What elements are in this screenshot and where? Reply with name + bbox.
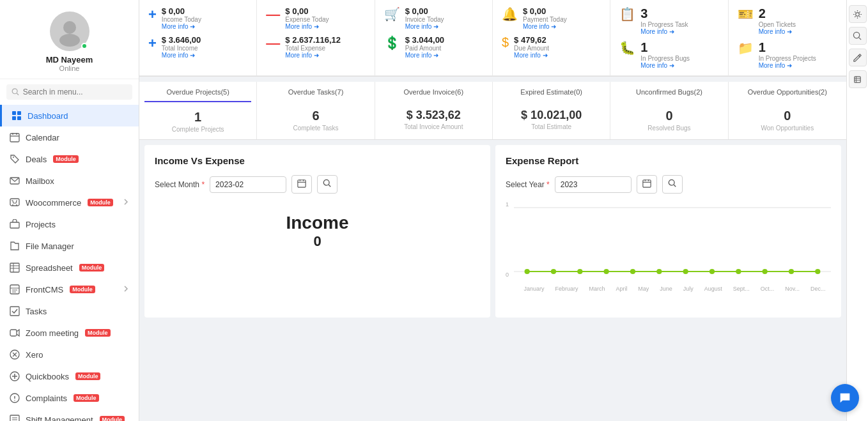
right-btn-gear[interactable] — [849, 70, 867, 88]
payment-today-label: Payment Today — [523, 16, 567, 23]
sidebar-item-deals[interactable]: Deals Module — [0, 148, 139, 170]
sidebar-item-mailbox[interactable]: Mailbox — [0, 170, 139, 192]
calendar-button[interactable] — [291, 175, 312, 194]
total-expense-more[interactable]: More info ➜ — [285, 52, 341, 59]
sidebar-item-label: Dashboard — [27, 111, 68, 121]
y-axis: 1 0 — [506, 201, 511, 278]
sidebar-item-tasks[interactable]: Tasks — [0, 300, 139, 322]
sidebar-item-shift-management[interactable]: Shift Management Module — [0, 409, 139, 421]
payment-today-more[interactable]: More info ➜ — [523, 23, 567, 30]
sidebar-item-frontcms[interactable]: FrontCMS Module — [0, 279, 139, 300]
frontcms-icon — [9, 284, 20, 295]
inprogress-bugs-more[interactable]: More info ➜ — [640, 62, 690, 69]
search-button-2[interactable] — [662, 175, 683, 194]
sidebar-item-zoom-meeting[interactable]: Zoom meeting Module — [0, 322, 139, 344]
sidebar-item-quickbooks[interactable]: Quickbooks Module — [0, 365, 139, 387]
expense-today-value: $ 0,00 — [285, 6, 329, 16]
svg-rect-17 — [10, 222, 19, 228]
svg-rect-26 — [10, 307, 19, 316]
summary-tab-overdue-opportunities[interactable]: Overdue Opportunities(2) 0 Won Opportuni… — [729, 82, 846, 139]
sidebar-item-dashboard[interactable]: Dashboard — [0, 105, 139, 126]
svg-point-0 — [63, 21, 76, 34]
income-chart-controls: Select Month * — [155, 175, 480, 194]
sidebar-item-file-manager[interactable]: File Manager — [0, 235, 139, 257]
search-icon-right — [853, 31, 862, 41]
charts-area: Income Vs Expense Select Month * Income … — [144, 145, 841, 318]
sidebar-item-projects[interactable]: Projects — [0, 213, 139, 235]
open-tickets-more[interactable]: More info ➜ — [759, 28, 796, 35]
paid-amount-more[interactable]: More info ➜ — [405, 52, 444, 59]
sidebar-item-spreadsheet[interactable]: Spreadsheet Module — [0, 257, 139, 279]
sidebar-item-xero[interactable]: Xero — [0, 344, 139, 365]
sidebar-search-wrap[interactable] — [6, 84, 132, 100]
svg-line-73 — [859, 37, 861, 39]
right-btn-edit[interactable] — [849, 49, 867, 66]
inprogress-task-more[interactable]: More info ➜ — [640, 28, 688, 35]
summary-tab-overdue-invoice[interactable]: Overdue Invoice(6) $ 3.523,62 Total Invo… — [375, 82, 493, 139]
svg-point-72 — [853, 32, 859, 38]
woocommerce-badge: Module — [88, 199, 113, 206]
invoice-today-more[interactable]: More info ➜ — [405, 23, 444, 30]
summary-desc-tasks: Complete Tasks — [262, 125, 369, 132]
month-input[interactable] — [210, 176, 286, 193]
calendar-icon — [9, 132, 20, 143]
minus-icon: — — [266, 6, 280, 23]
summary-val-bugs: 0 — [616, 109, 722, 123]
sidebar-item-woocommerce[interactable]: Woocommerce Module — [0, 192, 139, 213]
file-manager-icon — [9, 240, 20, 252]
svg-point-59 — [525, 269, 530, 274]
summary-tab-label-estimate: Expired Estimate(0) — [498, 88, 605, 101]
total-expense-value: $ 2.637.116,12 — [285, 35, 341, 45]
chat-fab[interactable] — [831, 384, 859, 412]
sidebar-header: MD Nayeem Online — [0, 0, 139, 79]
svg-rect-74 — [855, 76, 860, 82]
svg-rect-6 — [12, 116, 16, 120]
online-indicator — [81, 43, 88, 49]
inprogress-projects-more[interactable]: More info ➜ — [759, 62, 816, 69]
search-icon — [12, 88, 20, 96]
sidebar-item-label: Complaints — [26, 394, 67, 403]
stat-total-income: + $ 3.646,00 Total Income More info ➜ — [148, 35, 247, 59]
stat-payment-today: 🔔 $ 0,00 Payment Today More info ➜ — [502, 6, 601, 30]
svg-point-66 — [709, 269, 715, 274]
summary-val-tasks: 6 — [262, 109, 369, 123]
summary-val-invoice: $ 3.523,62 — [380, 109, 487, 122]
summary-tab-overdue-tasks[interactable]: Overdue Tasks(7) 6 Complete Tasks — [257, 82, 375, 139]
stat-inprogress-projects: 📁 1 In Progress Projects More info ➜ — [738, 40, 837, 69]
stat-cards-section: + $ 0,00 Income Today More info ➜ + $ 3.… — [139, 0, 846, 77]
stat-col-tasks: 📋 3 In Progress Task More info ➜ 🐛 1 In … — [610, 0, 728, 75]
paid-icon: 💲 — [384, 35, 400, 50]
paid-amount-value: $ 3.044,00 — [405, 35, 444, 45]
expense-today-more[interactable]: More info ➜ — [285, 23, 329, 30]
sidebar-item-complaints[interactable]: Complaints Module — [0, 387, 139, 409]
sidebar-item-label: Zoom meeting — [26, 328, 79, 338]
income-today-more[interactable]: More info ➜ — [162, 23, 201, 30]
summary-tab-unconfirmed-bugs[interactable]: Unconfirmed Bugs(2) 0 Resolved Bugs — [610, 82, 728, 139]
svg-rect-7 — [17, 116, 21, 120]
due-amount-more[interactable]: More info ➜ — [514, 52, 549, 59]
inprogress-bugs-label: In Progress Bugs — [640, 55, 690, 62]
year-input[interactable] — [555, 176, 632, 193]
chevron-right-icon — [122, 198, 130, 208]
search-button[interactable] — [317, 175, 337, 194]
sidebar-item-label: Spreadsheet — [26, 263, 73, 273]
summary-tab-expired-estimate[interactable]: Expired Estimate(0) $ 10.021,00 Total Es… — [493, 82, 610, 139]
svg-point-69 — [789, 269, 794, 274]
summary-val-projects: 1 — [144, 110, 251, 125]
sidebar-item-calendar[interactable]: Calendar — [0, 126, 139, 148]
right-btn-search[interactable] — [849, 27, 867, 45]
search-icon-chart — [323, 179, 332, 188]
calendar-button-2[interactable] — [637, 175, 657, 194]
stat-inprogress-bugs: 🐛 1 In Progress Bugs More info ➜ — [619, 40, 718, 69]
svg-point-64 — [656, 269, 662, 274]
total-income-more[interactable]: More info ➜ — [162, 52, 201, 59]
svg-point-61 — [577, 269, 582, 274]
avatar — [50, 11, 89, 51]
svg-point-49 — [323, 180, 329, 185]
select-year-label: Select Year * — [506, 180, 550, 189]
search-input[interactable] — [23, 88, 127, 96]
summary-tab-overdue-projects[interactable]: Overdue Projects(5) 1 Complete Projects — [139, 82, 257, 139]
summary-desc-projects: Complete Projects — [144, 126, 251, 133]
right-btn-settings[interactable] — [849, 5, 867, 23]
stat-open-tickets: 🎫 2 Open Tickets More info ➜ — [738, 6, 837, 35]
